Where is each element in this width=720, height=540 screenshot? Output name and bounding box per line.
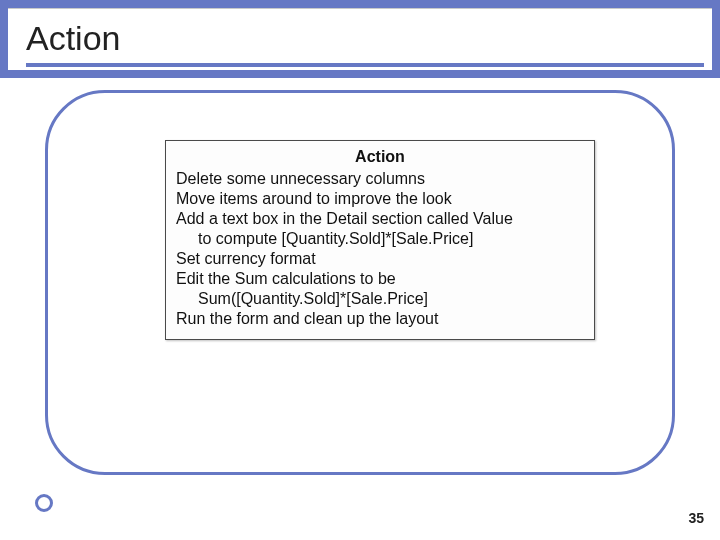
slide-title: Action [26, 19, 121, 58]
action-line: Delete some unnecessary columns [176, 169, 584, 189]
page-number: 35 [688, 510, 704, 526]
action-line: Run the form and clean up the layout [176, 309, 584, 329]
action-line: to compute [Quantity.Sold]*[Sale.Price] [176, 229, 584, 249]
header-inner: Action [8, 8, 712, 70]
action-box-header: Action [176, 147, 584, 167]
action-line: Edit the Sum calculations to be [176, 269, 584, 289]
action-box: Action Delete some unnecessary columnsMo… [165, 140, 595, 340]
action-line: Set currency format [176, 249, 584, 269]
action-line: Sum([Quantity.Sold]*[Sale.Price] [176, 289, 584, 309]
action-line: Move items around to improve the look [176, 189, 584, 209]
action-line: Add a text box in the Detail section cal… [176, 209, 584, 229]
bullet-dot-icon [35, 494, 53, 512]
header-band: Action [0, 0, 720, 78]
action-box-body: Delete some unnecessary columnsMove item… [176, 169, 584, 329]
title-underline [26, 63, 704, 67]
